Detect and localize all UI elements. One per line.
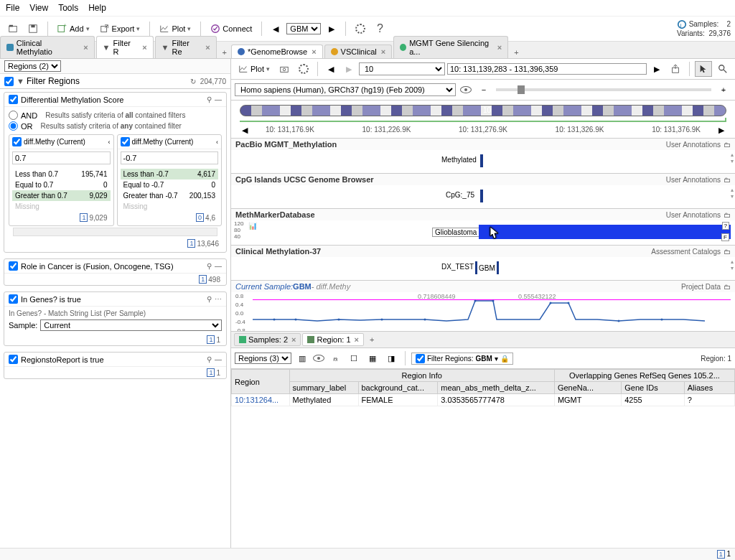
menu-tools[interactable]: Tools <box>58 3 78 13</box>
dms-checkbox[interactable] <box>9 95 18 104</box>
add-button[interactable]: +Add▾ <box>54 21 93 37</box>
settings-button[interactable] <box>352 21 369 37</box>
collapse-icon[interactable]: — <box>215 262 222 270</box>
chevron-left-icon[interactable]: ‹ <box>108 139 111 146</box>
box-button[interactable]: ☐ <box>346 350 362 366</box>
pin-icon[interactable]: ⚲ <box>207 262 212 270</box>
list-item[interactable]: Greater than 0.79,029 <box>12 190 111 201</box>
threshold-input-1[interactable] <box>12 151 111 164</box>
tab-filter-re[interactable]: ▼Filter Re× <box>155 36 217 58</box>
role-checkbox[interactable] <box>9 261 18 271</box>
and-radio[interactable] <box>9 111 18 120</box>
list-item[interactable]: Less than 0.7195,741 <box>12 169 111 179</box>
help-badge[interactable]: ? <box>722 222 729 230</box>
sample-select[interactable]: Current <box>40 319 222 331</box>
col-background[interactable]: background_cat... <box>358 382 438 394</box>
help-button[interactable]: ? <box>372 21 388 37</box>
close-icon[interactable]: × <box>142 43 146 52</box>
toggle-button[interactable]: ◨ <box>383 350 399 366</box>
table-row[interactable]: 10:131264... Methylated FEMALE 3.0353565… <box>232 394 735 406</box>
export-button[interactable]: Export▾ <box>96 21 144 37</box>
eye-icon[interactable] <box>313 355 324 362</box>
menu-help[interactable]: Help <box>88 3 106 13</box>
eye-icon[interactable] <box>460 86 472 93</box>
refresh-icon[interactable]: ↻ <box>190 78 196 85</box>
genome-select[interactable]: Homo sapiens (Human), GRCh37 (hg19) (Feb… <box>235 83 456 96</box>
search-button[interactable] <box>714 61 731 77</box>
filter-regions-checkbox[interactable] <box>4 77 14 86</box>
close-icon[interactable]: × <box>312 47 316 56</box>
region-table[interactable]: Region Region Info Overlapping Genes Ref… <box>231 369 735 560</box>
collapse-icon[interactable]: — <box>215 355 222 363</box>
folder-icon[interactable]: 🗀 <box>724 211 731 219</box>
zoom-out-button[interactable]: − <box>476 82 492 98</box>
scroll-left-button[interactable]: ◀ <box>237 122 253 138</box>
go-button[interactable]: ▶ <box>649 61 665 77</box>
filter-chip[interactable]: Filter Regions: GBM▾ 🔒 <box>411 353 513 365</box>
menu-icon[interactable]: ⋯ <box>215 295 222 303</box>
chromosome-ideogram[interactable]: 10 <box>240 105 726 116</box>
share-button[interactable] <box>667 61 684 77</box>
up-icon[interactable]: ▴ <box>731 187 734 193</box>
pin-icon[interactable]: ⚲ <box>207 355 212 363</box>
tab-filter-r[interactable]: ▼Filter R× <box>96 36 154 58</box>
tab-mgmt[interactable]: MGMT Gene Silencing a...× <box>393 36 508 58</box>
menu-file[interactable]: File <box>6 3 19 13</box>
forward-button[interactable]: ▶ <box>341 61 357 77</box>
tab-clinical-methylation[interactable]: Clinical Methylatio× <box>0 36 95 58</box>
zoom-in-button[interactable]: + <box>716 82 731 98</box>
tab-region[interactable]: Region: 1× <box>302 333 364 346</box>
pointer-button[interactable] <box>695 61 712 77</box>
mini1-checkbox[interactable] <box>12 137 22 146</box>
plot-button[interactable]: Plot▾ <box>156 21 195 37</box>
mini2-checkbox[interactable] <box>121 137 130 146</box>
add-tab-button[interactable]: + <box>510 47 523 58</box>
gear-button[interactable] <box>295 61 312 77</box>
list-item[interactable]: Less than -0.74,617 <box>121 169 219 179</box>
collapse-icon[interactable]: — <box>215 95 222 103</box>
pin-icon[interactable]: ⚲ <box>207 295 212 303</box>
add-tab-button[interactable]: + <box>218 47 231 58</box>
regions-dropdown[interactable]: Regions (2) <box>4 60 61 72</box>
col-region[interactable]: Region <box>232 370 290 394</box>
list-item[interactable]: Equal to 0.70 <box>12 179 111 190</box>
nav-next-button[interactable]: ▶ <box>324 21 340 37</box>
down-icon[interactable]: ▾ <box>731 193 734 200</box>
folder-icon[interactable]: 🗀 <box>724 176 731 184</box>
col-mean-abs[interactable]: mean_abs_meth_delta_z... <box>438 382 555 394</box>
camera-button[interactable] <box>276 61 293 77</box>
or-radio[interactable] <box>9 121 18 131</box>
tab-samples[interactable]: Samples: 2× <box>234 333 301 346</box>
col-gene-ids[interactable]: Gene IDs <box>622 382 685 394</box>
back-button[interactable]: ◀ <box>323 61 339 77</box>
nav-prev-button[interactable]: ◀ <box>268 21 284 37</box>
ingenes-checkbox[interactable] <box>9 294 18 304</box>
sample-select[interactable]: GBM <box>286 23 321 34</box>
chevron-left-icon[interactable]: ‹ <box>216 139 218 146</box>
close-icon[interactable]: × <box>497 43 502 52</box>
close-icon[interactable]: × <box>381 47 385 56</box>
open-button[interactable] <box>4 21 22 37</box>
tab-vsclinical[interactable]: VSClinical× <box>324 45 393 58</box>
location-input[interactable] <box>447 63 647 75</box>
threshold-input-2[interactable] <box>121 151 219 164</box>
connect-button[interactable]: Connect <box>207 21 256 37</box>
pin-icon[interactable]: ⚲ <box>207 95 212 103</box>
close-icon[interactable]: × <box>83 43 88 52</box>
close-icon[interactable]: × <box>291 335 296 344</box>
f-badge[interactable]: F <box>721 233 729 241</box>
up-icon[interactable]: ▴ <box>731 258 734 265</box>
down-icon[interactable]: ▾ <box>731 158 734 164</box>
folder-icon[interactable]: 🗀 <box>724 248 731 256</box>
save-button[interactable] <box>24 21 42 37</box>
zoom-slider[interactable] <box>496 88 711 91</box>
up-icon[interactable]: ▴ <box>731 151 734 158</box>
columns-button[interactable]: ▥ <box>294 350 310 366</box>
scroll-right-button[interactable]: ▶ <box>713 122 729 138</box>
bottom-regions-select[interactable]: Regions (3) <box>235 353 291 364</box>
close-icon[interactable]: × <box>355 335 359 344</box>
chart-icon[interactable]: 📊 <box>248 222 257 230</box>
down-icon[interactable]: ▾ <box>731 265 734 271</box>
diff-methy-graph[interactable]: 0.8 0.4 0.0 -0.4 -0.8 0.718608449 0.5554… <box>231 292 735 331</box>
add-tab-button[interactable]: + <box>365 334 378 345</box>
